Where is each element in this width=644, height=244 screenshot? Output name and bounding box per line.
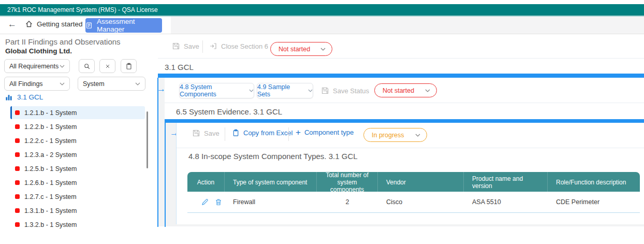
clipboard-icon [125,63,133,70]
list-item[interactable]: 1.2.6.b - 1 System [10,176,145,189]
sample-sets-dropdown-button[interactable]: 4.9 Sample Sets [257,83,313,98]
chevron-down-icon [308,89,313,92]
findings-filter-dropdown[interactable]: All Findings [4,77,70,91]
search-button[interactable] [79,59,95,73]
status-dot-icon [15,180,20,185]
paste-button[interactable] [121,59,137,73]
evidence-status-dropdown[interactable]: Not started [374,83,437,97]
assessment-manager-label: Assessment Manager [97,18,162,33]
tree-root-label: 3.1 GCL [17,93,43,101]
subsection-accent-line [165,123,166,227]
column-header-type: Type of system component [225,172,317,193]
section-divider [158,58,644,59]
plus-icon: + [296,128,301,137]
save-icon [192,129,200,137]
toolbar-separator [202,40,203,53]
add-component-type-button[interactable]: + Component type [296,128,354,137]
evidence-panel: 4.8 System Components 4.9 Sample Sets Sa… [165,78,644,119]
component-types-table: Action Type of system component Total nu… [187,172,640,213]
nav-item-getting-started[interactable]: Getting started [25,20,83,28]
components-status-dropdown[interactable]: In progress [363,128,427,142]
clipboard-icon [232,129,240,137]
status-value: Not started [279,46,311,53]
section6-panel: Save Close Section 6 Not started 3.1 GCL [158,34,644,74]
system-components-dropdown-button[interactable]: 4.8 System Components [179,83,254,98]
sidebar-scrollbar[interactable] [147,111,148,168]
section-accent-line [157,78,158,227]
sidebar-company-name: Global Clothing Ltd. [5,47,72,55]
status-dot-icon [15,166,20,171]
tree-root-gcl[interactable]: 3.1 GCL [5,93,43,101]
status-value: In progress [372,132,406,139]
list-item-label: 1.2.1.b - 1 System [24,109,77,117]
copy-from-excel-button[interactable]: Copy from Excel [232,129,292,137]
close-section-button[interactable]: Close Section 6 [209,42,268,50]
system-filter-dropdown[interactable]: System [78,77,145,91]
toolbar-separator [288,127,289,141]
column-header-role: Role/Function description [548,172,640,193]
window-title: 27k1 ROC Management System (RMS) - QSA L… [7,6,158,13]
list-item-label: 1.3.1.b - 1 System [24,207,77,214]
list-item[interactable]: 1.3.1.b - 1 System [10,204,145,217]
list-item[interactable]: 1.2.2.b - 1 System [10,120,145,133]
cell-role: CDE Perimeter [548,192,640,212]
cell-product: ASA 5510 [464,192,548,212]
column-header-total: Total number of system components [317,172,378,193]
delete-icon[interactable] [214,198,223,206]
status-dot-icon [15,124,20,129]
chevron-down-icon [135,82,140,85]
save-section-button[interactable]: Save [172,42,199,50]
back-button[interactable]: ← [8,19,17,30]
status-value: Not started [383,87,416,94]
chevron-down-icon [415,134,420,137]
list-item-label: 1.2.6.b - 1 System [24,179,77,186]
findings-sidebar: Part II Findings and Observations Global… [0,34,157,226]
save-status-button[interactable]: Save Status [321,87,369,95]
component-types-heading: 4.8 In-scope System Component Types. 3.1… [188,152,358,161]
section-divider [177,148,644,148]
section-accent-bar [158,74,644,78]
save-label: Save [184,42,199,50]
list-item[interactable]: 1.2.7.c - 1 System [10,190,145,203]
chevron-down-icon [320,48,326,51]
list-item[interactable]: 1.3.2.b - 1 System [10,218,145,231]
requirements-filter-dropdown[interactable]: All Requirements [4,59,70,73]
home-icon [25,20,33,28]
edit-icon[interactable] [201,198,209,206]
getting-started-label: Getting started [37,20,83,28]
search-icon [83,63,91,70]
list-item[interactable]: 1.2.5.b - 1 System [10,162,145,175]
section6-status-dropdown[interactable]: Not started [270,42,332,56]
list-item-label: 1.3.2.b - 1 System [24,221,77,228]
column-header-vendor: Vendor [378,172,464,193]
list-item-label: 1.2.2.c - 1 System [24,137,77,145]
app-window: 27k1 ROC Management System (RMS) - QSA L… [0,0,644,244]
save-icon [172,42,180,50]
list-item[interactable]: 1.2.3.a - 2 System [10,148,145,161]
back-arrow-icon: ← [8,19,17,29]
list-item-label: 1.2.3.a - 2 System [24,151,77,159]
assessment-manager-button[interactable]: Assessment Manager [85,18,162,33]
list-item-label: 1.2.2.b - 1 System [24,123,77,131]
list-item[interactable]: 1.2.1.b - 1 System [10,106,145,119]
assessment-manager-icon [85,22,93,29]
row-actions [187,192,225,212]
bar-chart-icon [5,93,13,101]
save-label: Save [204,130,219,137]
status-dot-icon [15,208,20,213]
subsection-accent-bar [165,119,644,123]
save-components-button[interactable]: Save [192,129,219,137]
status-dot-icon [15,110,20,115]
nav-bar: ← Getting started Assessment Manager [0,17,644,34]
list-item[interactable]: 1.2.2.c - 1 System [10,134,145,147]
cell-vendor: Cisco [378,192,464,212]
copy-from-excel-label: Copy from Excel [243,129,292,137]
close-section-label: Close Section 6 [221,42,268,50]
column-header-action: Action [187,172,225,193]
close-icon [105,63,111,69]
column-header-product: Product name and version [464,172,548,193]
save-status-label: Save Status [333,87,369,95]
section6-heading: 3.1 GCL [165,63,194,71]
clear-search-button[interactable] [99,59,115,73]
sample-sets-label: 4.9 Sample Sets [257,83,304,98]
